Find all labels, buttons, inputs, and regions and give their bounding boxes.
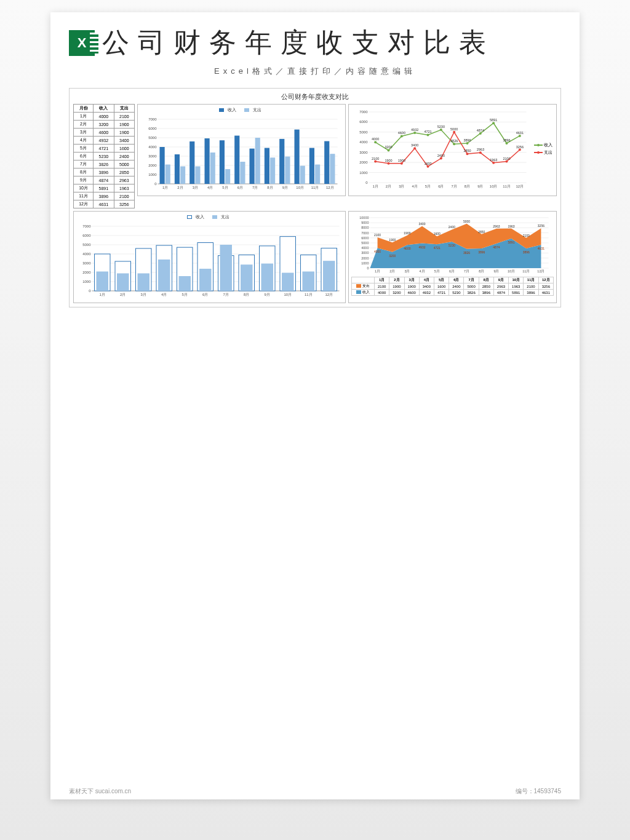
svg-text:6000: 6000	[148, 127, 157, 130]
svg-text:7000: 7000	[359, 110, 368, 114]
svg-text:10月: 10月	[284, 293, 292, 296]
svg-text:4月: 4月	[207, 186, 213, 189]
svg-text:5月: 5月	[222, 186, 228, 189]
legend-income: 收入	[544, 143, 552, 147]
svg-text:5000: 5000	[463, 220, 470, 223]
svg-text:5000: 5000	[361, 241, 369, 245]
svg-point-127	[519, 149, 521, 151]
svg-point-81	[374, 141, 377, 143]
svg-rect-50	[300, 166, 305, 184]
svg-text:1900: 1900	[404, 231, 410, 235]
svg-point-107	[388, 162, 390, 165]
svg-text:2月: 2月	[120, 293, 126, 296]
svg-point-91	[440, 129, 442, 131]
svg-text:2100: 2100	[374, 233, 381, 237]
page-subtitle: Excel格式／直接打印／内容随意编辑	[69, 66, 561, 77]
svg-text:6月: 6月	[449, 269, 455, 273]
svg-text:8000: 8000	[361, 226, 369, 229]
svg-text:4631: 4631	[538, 247, 544, 250]
svg-point-97	[479, 132, 482, 135]
svg-rect-45	[225, 169, 230, 184]
footer-source: 素材天下 sucai.com.cn	[69, 787, 131, 796]
svg-rect-179	[303, 272, 315, 291]
svg-text:12月: 12月	[537, 269, 544, 273]
svg-rect-171	[220, 245, 233, 291]
svg-text:9月: 9月	[493, 269, 499, 273]
area-data-table: 1月2月3月4月5月6月7月8月9月10月11月12月支出21001900190…	[351, 277, 554, 296]
svg-rect-37	[279, 139, 284, 184]
svg-text:8月: 8月	[267, 186, 273, 189]
svg-text:1600: 1600	[434, 232, 441, 236]
svg-text:7月: 7月	[464, 269, 469, 273]
svg-text:7000: 7000	[82, 224, 91, 228]
svg-rect-169	[199, 269, 212, 291]
svg-text:5000: 5000	[450, 127, 458, 131]
svg-text:3400: 3400	[419, 222, 426, 226]
svg-rect-165	[158, 260, 170, 291]
svg-point-121	[479, 151, 482, 154]
svg-text:12月: 12月	[326, 186, 334, 189]
svg-text:3200: 3200	[385, 145, 392, 149]
chart-legend: 收入 支出	[140, 107, 343, 113]
svg-point-125	[506, 160, 508, 163]
svg-point-117	[453, 131, 455, 133]
svg-rect-46	[240, 162, 245, 184]
svg-text:10月: 10月	[508, 269, 515, 273]
svg-text:9000: 9000	[361, 221, 369, 224]
svg-rect-159	[97, 272, 109, 291]
svg-text:3月: 3月	[404, 269, 410, 273]
svg-text:7000: 7000	[361, 231, 369, 235]
svg-point-89	[427, 133, 429, 136]
svg-text:2850: 2850	[463, 149, 471, 153]
svg-text:2月: 2月	[177, 186, 183, 189]
svg-text:1月: 1月	[372, 184, 378, 188]
svg-rect-39	[309, 148, 314, 184]
svg-text:4月: 4月	[420, 269, 425, 273]
svg-point-95	[466, 142, 469, 145]
svg-text:3256: 3256	[538, 224, 544, 228]
svg-text:2100: 2100	[523, 234, 530, 237]
svg-text:4000: 4000	[148, 145, 157, 149]
svg-text:7月: 7月	[223, 293, 229, 296]
data-table: 月份收入支出1月400021002月320019003月460019004月49…	[73, 104, 135, 208]
svg-text:4932: 4932	[411, 128, 418, 132]
svg-text:3200: 3200	[389, 254, 396, 258]
svg-text:2100: 2100	[503, 157, 510, 160]
svg-point-119	[466, 153, 469, 155]
svg-point-83	[388, 149, 390, 151]
svg-text:7000: 7000	[148, 117, 157, 121]
svg-text:3896: 3896	[503, 138, 510, 142]
footer: 素材天下 sucai.com.cn 编号：14593745	[69, 787, 561, 796]
legend-expense: 支出	[221, 215, 229, 219]
svg-rect-51	[315, 165, 320, 184]
svg-text:10月: 10月	[296, 186, 304, 189]
svg-point-99	[492, 122, 495, 124]
svg-point-103	[519, 135, 521, 137]
svg-text:3896: 3896	[523, 250, 530, 254]
svg-text:2963: 2963	[493, 224, 500, 228]
svg-text:12月: 12月	[516, 184, 524, 188]
legend-income: 收入	[228, 108, 236, 112]
svg-text:6000: 6000	[361, 236, 369, 240]
svg-point-109	[401, 162, 403, 165]
line-chart: 010002000300040005000600070001月2月3月4月5月6…	[348, 104, 557, 196]
doc-title: 公司财务年度收支对比	[73, 92, 557, 101]
svg-text:11月: 11月	[305, 293, 313, 296]
legend-income: 收入	[196, 215, 204, 219]
svg-point-101	[506, 142, 508, 145]
svg-text:6000: 6000	[359, 120, 368, 124]
svg-text:9月: 9月	[282, 186, 288, 189]
svg-rect-181	[323, 261, 335, 291]
svg-text:3000: 3000	[148, 154, 157, 158]
svg-point-87	[413, 132, 416, 134]
svg-rect-47	[255, 138, 260, 184]
svg-rect-35	[250, 149, 255, 184]
svg-text:1600: 1600	[424, 162, 431, 165]
svg-text:1月: 1月	[162, 186, 168, 189]
svg-rect-32	[205, 138, 210, 184]
svg-text:9月: 9月	[265, 293, 270, 296]
header: 公司财务年度收支对比表	[69, 25, 561, 61]
line-legend: 收入 支出	[534, 141, 552, 157]
svg-text:2100: 2100	[372, 157, 379, 160]
svg-text:0: 0	[365, 181, 368, 184]
